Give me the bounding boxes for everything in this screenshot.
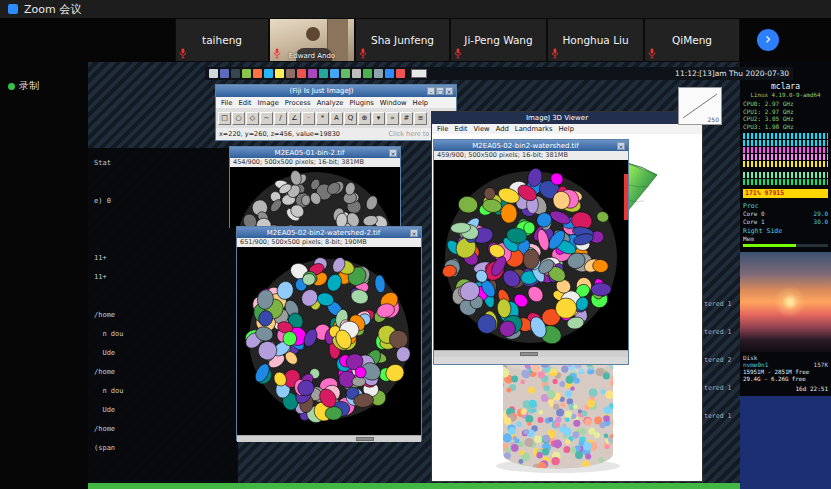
watershed-left-titlebar[interactable]: M2EA05-02-bin2-watershed-2.tif × (237, 227, 421, 238)
terminal-icon[interactable] (231, 69, 240, 78)
participant-name: Honghua Liu (562, 34, 628, 46)
menu-image[interactable]: Image (255, 99, 282, 107)
imagej-titlebar[interactable]: (Fiji Is Just ImageJ) – ▢ × (216, 85, 456, 97)
watershed-right-titlebar[interactable]: M2EA05-02-bin2-watershed.tif × (434, 140, 628, 151)
minimize-button[interactable]: – (427, 87, 435, 95)
watershed-left-window[interactable]: M2EA05-02-bin2-watershed-2.tif × 651/900… (236, 226, 422, 441)
participant-tile[interactable]: taiheng (175, 18, 269, 62)
line-tool[interactable]: / (274, 112, 287, 125)
graph-row (743, 161, 828, 167)
participant-name: Edward Ando (270, 52, 354, 60)
window-buttons: – ▢ × (427, 87, 453, 95)
stack-slider[interactable] (434, 350, 628, 357)
workspace-pager[interactable] (411, 69, 427, 78)
menu-analyze[interactable]: Analyze (314, 99, 347, 107)
stack-slider-thumb[interactable] (356, 437, 374, 441)
v3d-menu-edit[interactable]: Edit (451, 125, 470, 133)
mini-plot-popup[interactable]: 250 (678, 87, 722, 125)
polygon-tool[interactable]: ◇ (246, 112, 259, 125)
desktop-taskbar[interactable]: 11:12:[13]am Thu 2020-07-30 (205, 67, 793, 80)
developer-tool[interactable]: » (386, 112, 399, 125)
menu-window[interactable]: Window (377, 99, 410, 107)
tray-zoom-icon[interactable] (385, 69, 394, 78)
stack-slider[interactable] (237, 435, 421, 442)
hand-tool[interactable]: ⊕ (358, 112, 371, 125)
v3d-menu-help[interactable]: Help (556, 125, 578, 133)
office-icon[interactable] (297, 69, 306, 78)
viewer-title: ImageJ 3D Viewer (435, 114, 679, 122)
more-tools[interactable]: ≡ (414, 112, 427, 125)
text-tool[interactable]: A (330, 112, 343, 125)
gray-image-window[interactable]: M2EA05-01-bin-2.tif × 454/900; 500x500 p… (229, 146, 401, 228)
point-tool[interactable]: · (302, 112, 315, 125)
menu-process[interactable]: Process (282, 99, 314, 107)
magnifier-tool[interactable]: Q (344, 112, 357, 125)
menu-edit[interactable]: Edit (235, 99, 254, 107)
gray-image-canvas[interactable] (230, 167, 400, 228)
segmented-particles-image (230, 167, 400, 228)
dropper-tool[interactable]: ▾ (372, 112, 385, 125)
close-button[interactable]: × (389, 149, 397, 157)
imagej-icon[interactable] (275, 69, 284, 78)
v3d-menu-file[interactable]: File (434, 125, 451, 133)
chat-icon[interactable] (319, 69, 328, 78)
terminal-fragment: tered 1 (704, 412, 731, 420)
v3d-menu-view[interactable]: View (471, 125, 493, 133)
wand-tool[interactable]: * (316, 112, 329, 125)
editor-icon[interactable] (242, 69, 251, 78)
app-menu-icon[interactable] (209, 69, 218, 78)
left-terminal[interactable]: Stat e) 0 11+ 11+ /home n dou Ude /home … (88, 148, 238, 484)
viewer-titlebar[interactable]: ImageJ 3D Viewer – × (432, 112, 702, 124)
stack-slider-thumb[interactable] (520, 352, 538, 356)
cpu-line: CPU0: 2.97 GHz (743, 100, 828, 108)
menu-plugins[interactable]: Plugins (346, 99, 376, 107)
tray-vol-icon[interactable] (374, 69, 383, 78)
person-head (306, 27, 320, 41)
red-scrollbar[interactable] (624, 174, 628, 220)
music-icon[interactable] (308, 69, 317, 78)
participant-video-tile[interactable]: Edward Ando (269, 18, 355, 62)
gray-window-titlebar[interactable]: M2EA05-01-bin-2.tif × (230, 147, 400, 158)
cpu-frequencies: CPU0: 2.97 GHzCPU1: 2.97 GHzCPU2: 3.05 G… (743, 100, 828, 130)
close-button[interactable]: × (445, 87, 453, 95)
rectangle-tool[interactable]: □ (218, 112, 231, 125)
tray-net-icon[interactable] (363, 69, 372, 78)
files-icon[interactable] (220, 69, 229, 78)
core-row: Core 130.0 (743, 218, 828, 226)
menu-file[interactable]: File (218, 99, 235, 107)
code-icon[interactable] (330, 69, 339, 78)
cpu-line: CPU3: 1.98 GHz (743, 123, 828, 131)
participant-tile[interactable]: Sha Junfeng (355, 18, 450, 62)
core-value: 30.0 (814, 218, 828, 226)
zoom-titlebar[interactable]: Zoom 会议 (0, 0, 831, 18)
participant-tile[interactable]: Honghua Liu (547, 18, 644, 62)
core-label: Core 1 (743, 218, 765, 226)
participant-tile[interactable]: QiMeng (644, 18, 740, 62)
tray-rec-icon[interactable] (396, 69, 405, 78)
close-button[interactable]: × (410, 229, 418, 237)
watershed-right-window[interactable]: M2EA05-02-bin2-watershed.tif × 459/900; … (433, 139, 629, 365)
lut-tool[interactable]: # (400, 112, 413, 125)
participant-tile[interactable]: Ji-Peng Wang (450, 18, 547, 62)
mail-icon[interactable] (264, 69, 273, 78)
close-button[interactable]: × (617, 142, 625, 150)
imagej-main-window[interactable]: (Fiji Is Just ImageJ) – ▢ × FileEditImag… (215, 84, 457, 141)
system-monitor-panel: mclara Linux 4.19.0-9-amd64 CPU0: 2.97 G… (740, 62, 831, 489)
menu-help[interactable]: Help (410, 99, 432, 107)
graph-row (743, 140, 828, 146)
watershed-right-canvas[interactable] (434, 160, 628, 350)
cpu-line: CPU1: 2.97 GHz (743, 108, 828, 116)
monitor-icon[interactable] (341, 69, 350, 78)
angle-tool[interactable]: ∠ (288, 112, 301, 125)
watershed-left-canvas[interactable] (237, 247, 421, 435)
browser-icon[interactable] (253, 69, 262, 78)
v3d-menu-landmarks[interactable]: Landmarks (512, 125, 556, 133)
gimp-icon[interactable] (286, 69, 295, 78)
next-participants-button[interactable]: › (757, 29, 779, 51)
maximize-button[interactable]: ▢ (436, 87, 444, 95)
freehand-tool[interactable]: ~ (260, 112, 273, 125)
settings-icon[interactable] (352, 69, 361, 78)
mem-label: Mem (743, 235, 754, 243)
oval-tool[interactable]: ○ (232, 112, 245, 125)
v3d-menu-add[interactable]: Add (493, 125, 512, 133)
